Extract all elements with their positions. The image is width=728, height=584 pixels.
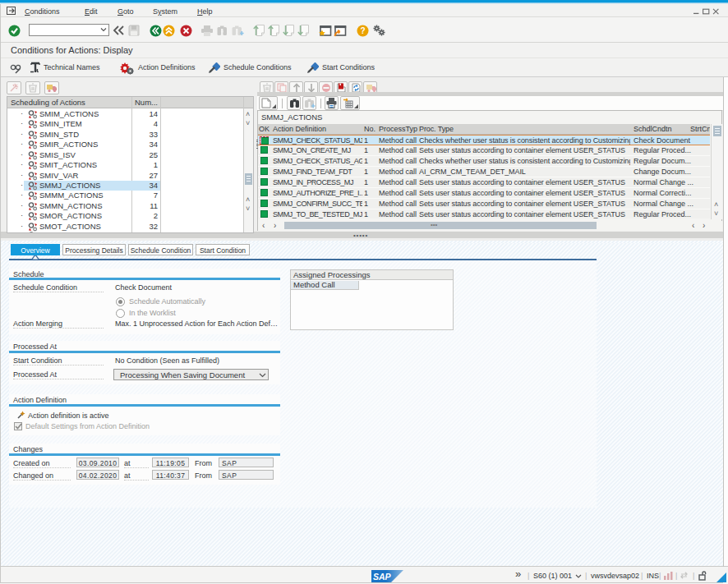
svg-text:SAP: SAP <box>373 572 392 582</box>
svg-text:?: ? <box>360 26 365 35</box>
